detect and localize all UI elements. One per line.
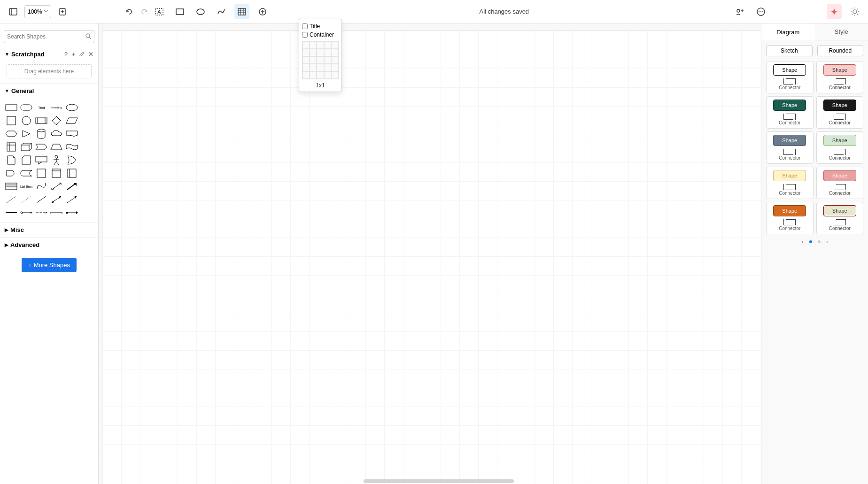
shape-h-container[interactable]: [65, 168, 78, 179]
table-tool-button[interactable]: [234, 4, 249, 19]
add-page-button[interactable]: [55, 4, 70, 19]
add-tool-button[interactable]: [255, 4, 270, 19]
shape-list[interactable]: [5, 181, 18, 192]
style-preset-card[interactable]: ShapeConnector: [766, 96, 814, 129]
shape-container[interactable]: [35, 168, 48, 179]
theme-toggle-button[interactable]: [847, 4, 862, 19]
shape-connector-2[interactable]: [35, 207, 48, 218]
table-size-picker[interactable]: [302, 41, 339, 79]
svg-point-39: [22, 116, 31, 125]
drawing-canvas[interactable]: [99, 23, 761, 484]
table-container-checkbox[interactable]: Container: [302, 31, 339, 39]
sketch-toggle[interactable]: Sketch: [766, 45, 813, 56]
more-shapes-button[interactable]: + More Shapes: [22, 258, 77, 272]
pager-prev[interactable]: ‹: [801, 238, 803, 245]
shape-step[interactable]: [35, 141, 48, 153]
style-preset-card[interactable]: ShapeConnector: [766, 202, 814, 234]
style-preset-card[interactable]: ShapeConnector: [766, 131, 814, 164]
shape-or[interactable]: [65, 154, 78, 166]
svg-rect-56: [68, 169, 76, 177]
shape-callout[interactable]: [65, 128, 78, 139]
zoom-select[interactable]: 100%: [24, 5, 51, 18]
shape-cylinder[interactable]: [35, 128, 48, 139]
pager-dot[interactable]: [809, 240, 812, 243]
horizontal-scrollbar[interactable]: [364, 479, 514, 483]
shape-actor[interactable]: [50, 154, 63, 166]
shape-arrow[interactable]: [65, 181, 78, 192]
shape-bidir-arrow-thin[interactable]: [50, 181, 63, 192]
sidebar-toggle-button[interactable]: [6, 4, 21, 19]
advanced-title: Advanced: [10, 241, 39, 248]
shape-bidir-arrow[interactable]: [50, 194, 63, 205]
shape-v-container[interactable]: [50, 168, 63, 179]
shape-line[interactable]: [35, 194, 48, 205]
misc-title: Misc: [10, 226, 24, 233]
style-preset-card[interactable]: ShapeConnector: [766, 61, 814, 93]
ai-sparkle-button[interactable]: [827, 4, 842, 19]
scratchpad-add-icon[interactable]: +: [71, 51, 75, 58]
shape-triangle[interactable]: [20, 128, 33, 139]
rectangle-tool-button[interactable]: [172, 4, 187, 19]
shape-connector-1[interactable]: [20, 207, 33, 218]
shape-trapezoid[interactable]: [50, 141, 63, 153]
style-preset-card[interactable]: ShapeConnector: [816, 96, 864, 129]
style-preset-card[interactable]: ShapeConnector: [766, 167, 814, 199]
shape-cube[interactable]: [20, 141, 33, 153]
more-button[interactable]: [753, 4, 768, 19]
shape-and[interactable]: [5, 168, 18, 179]
style-preset-card[interactable]: ShapeConnector: [816, 131, 864, 164]
style-preset-card[interactable]: ShapeConnector: [816, 167, 864, 199]
shape-connector-4[interactable]: [65, 207, 78, 218]
scratchpad-help[interactable]: ?: [64, 51, 68, 58]
ellipse-tool-button[interactable]: [193, 4, 208, 19]
advanced-section-header[interactable]: ▶ Advanced: [0, 237, 98, 252]
style-preset-card[interactable]: ShapeConnector: [816, 202, 864, 234]
shape-circle[interactable]: [20, 115, 33, 126]
share-button[interactable]: [733, 4, 748, 19]
general-section-header[interactable]: ▼ General: [0, 83, 98, 98]
shape-dotted-line[interactable]: [20, 194, 33, 205]
scratchpad-edit-icon[interactable]: [79, 51, 85, 58]
shape-connector-3[interactable]: [50, 207, 63, 218]
shape-tape[interactable]: [65, 141, 78, 153]
shape-heading[interactable]: Heading: [50, 102, 63, 113]
pager-dot[interactable]: [818, 240, 821, 243]
table-title-checkbox[interactable]: Title: [302, 22, 339, 31]
shape-internal-storage[interactable]: [5, 141, 18, 153]
tab-diagram[interactable]: Diagram: [761, 23, 815, 40]
shape-text[interactable]: Text: [35, 102, 48, 113]
style-preset-card[interactable]: ShapeConnector: [816, 61, 864, 93]
shape-callout2[interactable]: [35, 154, 48, 166]
shape-list-item[interactable]: List Item: [20, 181, 33, 192]
tab-style[interactable]: Style: [815, 23, 868, 40]
scratchpad-drop-zone[interactable]: Drag elements here: [7, 64, 92, 78]
shape-parallelogram[interactable]: [65, 115, 78, 126]
redo-button[interactable]: [137, 4, 152, 19]
shape-rounded-rect[interactable]: [20, 102, 33, 113]
misc-section-header[interactable]: ▶ Misc: [0, 222, 98, 237]
shape-rectangle[interactable]: [5, 102, 18, 113]
shape-data-storage[interactable]: [20, 168, 33, 179]
shape-link[interactable]: [5, 207, 18, 218]
shape-cloud[interactable]: [50, 128, 63, 139]
shape-curve[interactable]: [35, 181, 48, 192]
shape-square[interactable]: [5, 115, 18, 126]
scratchpad-close-icon[interactable]: ✕: [88, 51, 93, 58]
shape-hexagon[interactable]: [5, 128, 18, 139]
text-tool-button[interactable]: A: [152, 4, 167, 19]
shape-dashed-line[interactable]: [5, 194, 18, 205]
shape-dir-arrow[interactable]: [65, 194, 78, 205]
shape-process[interactable]: [35, 115, 48, 126]
shape-search-input[interactable]: [4, 30, 94, 43]
shape-diamond[interactable]: [50, 115, 63, 126]
line-tool-button[interactable]: [214, 4, 229, 19]
scratchpad-section-header[interactable]: ▼ Scratchpad ? + ✕: [0, 47, 98, 61]
pager-next[interactable]: ›: [826, 238, 828, 245]
rounded-toggle[interactable]: Rounded: [817, 45, 864, 56]
style-connector-preview: Connector: [779, 184, 800, 196]
shape-ellipse[interactable]: [65, 102, 78, 113]
svg-line-34: [89, 37, 91, 39]
shape-note[interactable]: [5, 154, 18, 166]
undo-button[interactable]: [122, 4, 137, 19]
shape-card[interactable]: [20, 154, 33, 166]
